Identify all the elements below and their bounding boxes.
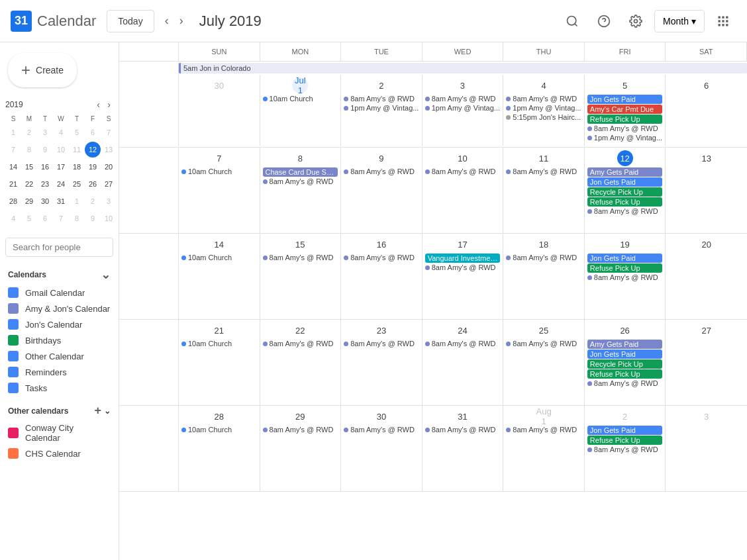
date-25[interactable]: 25 <box>536 322 552 338</box>
date-6[interactable]: 6 <box>699 77 715 93</box>
create-button[interactable]: + Create <box>8 53 77 87</box>
date-23[interactable]: 23 <box>374 322 389 338</box>
event-vanguard-wed17[interactable]: Vanguard Investmen... <box>425 254 501 263</box>
calendar-checkbox-reminders[interactable] <box>8 367 19 377</box>
event-amyrwd-wed24[interactable]: 8am Amy's @ RWD <box>425 340 501 348</box>
apps-button[interactable] <box>710 8 736 34</box>
calendar-checkbox-gmail[interactable] <box>8 287 19 298</box>
event-recycle-fri12[interactable]: Recycle Pick Up <box>587 187 663 197</box>
event-jon-paid-fri5[interactable]: Jon Gets Paid <box>587 95 663 104</box>
event-amyrwd-tue16[interactable]: 8am Amy's @ RWD <box>344 254 419 261</box>
event-amyrwd-mon15[interactable]: 8am Amy's @ RWD <box>263 254 338 261</box>
date-29[interactable]: 29 <box>292 408 308 424</box>
event-amyvintag-fri5[interactable]: 1pm Amy @ Vintag... <box>587 134 663 142</box>
mini-day[interactable]: 8 <box>69 210 85 226</box>
date-5[interactable]: 5 <box>617 77 633 93</box>
mini-day[interactable]: 6 <box>85 124 101 140</box>
event-amyrwd-mon22[interactable]: 8am Amy's @ RWD <box>263 340 338 348</box>
event-amyvintag-wed3[interactable]: 1pm Amy @ Vintag... <box>425 104 501 112</box>
event-amy-paid-fri12[interactable]: Amy Gets Paid <box>587 167 663 177</box>
date-4[interactable]: 4 <box>536 77 552 93</box>
event-amyrwd-thu18[interactable]: 8am Amy's @ RWD <box>506 254 581 261</box>
date-27[interactable]: 27 <box>699 322 715 338</box>
mini-day[interactable]: 20 <box>101 159 117 175</box>
mini-day[interactable]: 10 <box>101 210 117 226</box>
event-jon-colorado[interactable]: 5am Jon in Colorado <box>179 63 747 73</box>
mini-day[interactable]: 7 <box>53 210 69 226</box>
date-3[interactable]: 3 <box>454 77 470 93</box>
mini-day[interactable]: 22 <box>21 176 37 192</box>
event-jon-paid-aug2[interactable]: Jon Gets Paid <box>587 426 663 435</box>
mini-day[interactable]: 14 <box>5 159 21 175</box>
calendar-checkbox-jon[interactable] <box>8 319 19 330</box>
event-amyrwd-fri26[interactable]: 8am Amy's @ RWD <box>587 379 663 387</box>
event-refuse-fri5[interactable]: Refuse Pick Up <box>587 115 663 124</box>
event-refuse-aug2[interactable]: Refuse Pick Up <box>587 436 663 445</box>
event-amy-paid-fri26[interactable]: Amy Gets Paid <box>587 340 663 349</box>
event-church-mon1[interactable]: 10am Church <box>263 95 338 103</box>
mini-day[interactable]: 30 <box>37 193 53 209</box>
mini-day[interactable]: 29 <box>21 193 37 209</box>
event-amyrwd-tue2[interactable]: 8am Amy's @ RWD <box>344 95 419 103</box>
mini-day[interactable]: 25 <box>69 176 85 192</box>
calendar-item-tasks[interactable]: Tasks <box>0 380 119 396</box>
calendar-item-chs[interactable]: CHS Calendar <box>0 445 119 461</box>
event-amyvintag-tue2[interactable]: 1pm Amy @ Vintag... <box>344 104 419 112</box>
date-21[interactable]: 21 <box>211 322 227 338</box>
calendar-checkbox-conway[interactable] <box>8 428 19 438</box>
mini-day[interactable]: 26 <box>85 176 101 192</box>
mini-day[interactable]: 5 <box>69 124 85 140</box>
date-17[interactable]: 17 <box>454 236 470 252</box>
mini-day[interactable]: 5 <box>21 210 37 226</box>
date-30-jul[interactable]: 30 <box>374 408 389 424</box>
date-26[interactable]: 26 <box>617 322 633 338</box>
event-jonhair-thu4[interactable]: 5:15pm Jon's Hairc... <box>506 113 581 121</box>
date-14[interactable]: 14 <box>211 236 227 252</box>
calendar-item-reminders[interactable]: Reminders <box>0 364 119 380</box>
event-chase-mon8[interactable]: Chase Card Due Soo... <box>263 167 338 177</box>
calendar-checkbox-chs[interactable] <box>8 448 19 459</box>
mini-day[interactable]: 13 <box>101 142 117 158</box>
mini-day[interactable]: 2 <box>21 124 37 140</box>
calendar-item-gmail[interactable]: Gmail Calendar <box>0 285 119 301</box>
date-11[interactable]: 11 <box>536 150 552 166</box>
date-24[interactable]: 24 <box>454 322 470 338</box>
add-calendar-icon[interactable]: + <box>94 404 101 418</box>
calendar-item-other[interactable]: Other Calendar <box>0 348 119 364</box>
date-aug3[interactable]: 3 <box>699 408 715 424</box>
event-amyrwd-mon29[interactable]: 8am Amy's @ RWD <box>263 426 338 434</box>
date-13[interactable]: 13 <box>699 150 715 166</box>
event-jon-paid-fri19[interactable]: Jon Gets Paid <box>587 254 663 263</box>
view-selector-button[interactable]: Month ▾ <box>654 10 705 32</box>
event-amyvintag-thu4[interactable]: 1pm Amy @ Vintag... <box>506 104 581 112</box>
date-19[interactable]: 19 <box>617 236 633 252</box>
date-8[interactable]: 8 <box>292 150 308 166</box>
mini-day[interactable]: 4 <box>53 124 69 140</box>
mini-day[interactable]: 6 <box>37 210 53 226</box>
date-12-today[interactable]: 12 <box>617 150 633 166</box>
event-amyrwd-tue23[interactable]: 8am Amy's @ RWD <box>344 340 419 348</box>
event-amyrwd-wed3[interactable]: 8am Amy's @ RWD <box>425 95 501 103</box>
settings-button[interactable] <box>622 8 649 34</box>
mini-day[interactable]: 1 <box>69 193 85 209</box>
mini-day[interactable]: 23 <box>37 176 53 192</box>
date-1[interactable]: Jul 1 <box>292 77 308 93</box>
mini-day[interactable]: 17 <box>53 159 69 175</box>
event-amyrwd-wed10[interactable]: 8am Amy's @ RWD <box>425 167 501 175</box>
date-15[interactable]: 15 <box>292 236 308 252</box>
search-people-input[interactable] <box>5 238 113 257</box>
mini-day[interactable]: 11 <box>69 142 85 158</box>
event-church-sun28[interactable]: 10am Church <box>181 426 257 434</box>
date-7[interactable]: 7 <box>211 150 227 166</box>
event-amyrwd-aug1[interactable]: 8am Amy's @ RWD <box>506 426 581 434</box>
mini-day[interactable]: 18 <box>69 159 85 175</box>
event-refuse-fri26[interactable]: Refuse Pick Up <box>587 369 663 379</box>
date-aug1[interactable]: Aug 1 <box>536 408 552 424</box>
mini-day[interactable]: 4 <box>5 210 21 226</box>
search-button[interactable] <box>559 8 585 34</box>
event-amyrwd-wed31[interactable]: 8am Amy's @ RWD <box>425 426 501 434</box>
prev-button[interactable]: ‹ <box>160 9 174 33</box>
date-aug2[interactable]: 2 <box>617 408 633 424</box>
mini-day[interactable]: 3 <box>101 193 117 209</box>
event-amyrwd-fri12[interactable]: 8am Amy's @ RWD <box>587 207 663 215</box>
